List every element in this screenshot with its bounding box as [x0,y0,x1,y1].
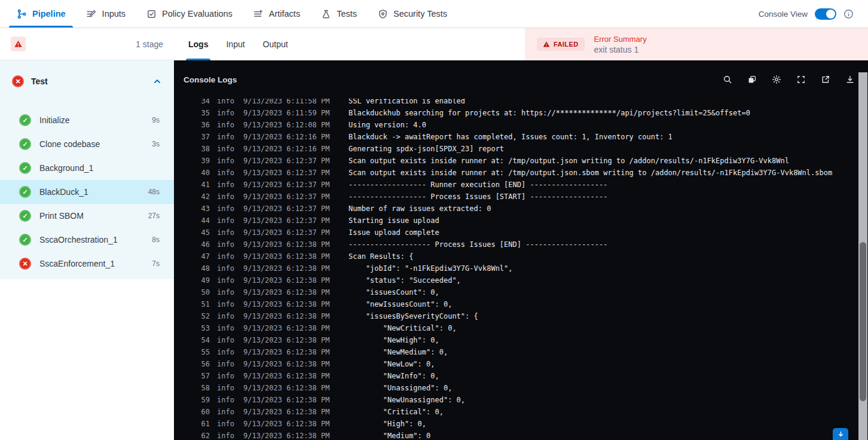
nav-tab-tests[interactable]: Tests [320,0,357,28]
log-lines: 34info9/13/2023 6:11:58 PMSSL verificati… [174,99,857,440]
console-scrollbar[interactable] [858,72,867,440]
step-row-background-1[interactable]: ✓Background_1 [0,156,174,180]
log-line-number: 56 [195,360,210,368]
log-level: info [217,216,236,225]
search-icon[interactable] [722,75,732,85]
tab-input[interactable]: Input [226,28,244,60]
step-row-blackduck-1[interactable]: ✓BlackDuck_148s [0,180,174,204]
artifacts-icon [253,8,264,19]
log-area: 34info9/13/2023 6:11:58 PMSSL verificati… [174,99,857,440]
log-level: info [217,121,236,129]
log-message: "High": 0, [349,420,426,428]
stage-failed-icon: ✕ [12,75,24,87]
step-name: SscaOrchestration_1 [39,235,118,245]
log-timestamp: 9/13/2023 6:12:38 PM [243,396,334,404]
log-line: 58info9/13/2023 6:12:38 PM "Unassigned":… [174,382,857,394]
copy-icon[interactable] [747,75,757,85]
nav-tab-artifacts[interactable]: Artifacts [253,0,300,28]
stage-row-test[interactable]: ✕ Test [0,60,174,94]
log-message: "NewInfo": 0, [349,372,439,380]
console-logs-panel: Console Logs 34info9/13/2023 6:11:58 PMS… [174,60,868,440]
console-view-toggle[interactable] [815,8,836,20]
main-panel: LogsInputOutput FAILED Error Summary exi… [174,28,868,440]
step-success-icon: ✓ [19,138,31,150]
log-message: Blackduck -> awaitReport has completed, … [349,133,673,141]
step-success-icon: ✓ [19,114,31,126]
scroll-to-bottom-button[interactable] [833,428,848,440]
log-line-number: 57 [195,372,210,380]
log-line-number: 58 [195,384,210,392]
console-title: Console Logs [184,75,237,84]
console-view-label: Console View [759,10,808,19]
nav-tab-inputs[interactable]: Inputs [86,0,126,28]
console-scrollbar-thumb[interactable] [860,242,866,401]
log-line: 42info9/13/2023 6:12:37 PM--------------… [174,191,857,203]
step-name: Background_1 [39,163,93,173]
step-success-icon: ✓ [19,210,31,222]
log-message: "NewLow": 0, [349,360,435,368]
log-timestamp: 9/13/2023 6:12:38 PM [243,252,334,261]
open-in-new-icon[interactable] [820,75,830,85]
log-message: "issuesCount": 0, [349,288,439,297]
step-duration: 3s [152,140,160,148]
chevron-up-icon[interactable] [152,77,162,86]
warning-triangle-icon [543,41,550,48]
log-line: 34info9/13/2023 6:11:58 PMSSL verificati… [174,99,857,107]
tab-logs[interactable]: Logs [188,28,208,60]
info-icon[interactable] [843,9,854,19]
log-timestamp: 9/13/2023 6:12:37 PM [243,204,334,213]
step-name: Initialize [39,115,70,125]
step-row-sscaorchestration-1[interactable]: ✓SscaOrchestration_18s [0,228,174,252]
step-duration: 48s [148,188,160,196]
log-line-number: 49 [195,276,210,285]
log-line-number: 42 [195,192,210,201]
log-line-number: 50 [195,288,210,297]
log-timestamp: 9/13/2023 6:12:16 PM [243,133,334,141]
pipeline-failed-warning-icon [11,36,26,51]
download-icon[interactable] [845,75,855,85]
log-timestamp: 9/13/2023 6:12:38 PM [243,324,334,332]
step-row-sscaenforcement-1[interactable]: ✕SscaEnforcement_17s [0,252,174,276]
step-row-print-sbom[interactable]: ✓Print SBOM27s [0,204,174,228]
fullscreen-icon[interactable] [796,75,806,85]
log-level: info [217,99,236,105]
log-timestamp: 9/13/2023 6:12:38 PM [243,408,334,416]
log-message: Scan output exists inside runner at: /tm… [349,157,789,165]
log-message: "NewUnassigned": 0, [349,396,465,404]
nav-tab-pipeline[interactable]: Pipeline [16,0,66,28]
execution-sidebar: 1 stage ✕ Test ✓Initialize9s✓Clone codeb… [0,28,174,440]
inputs-icon [86,8,97,19]
nav-tab-policy-evaluations[interactable]: Policy Evaluations [146,0,233,28]
log-message: ------------------ Runner execution [END… [349,181,607,189]
settings-icon[interactable] [771,75,781,85]
log-line: 61info9/13/2023 6:12:38 PM "High": 0, [174,418,857,430]
log-message: Number of raw issues extracted: 0 [349,204,491,213]
step-row-clone-codebase[interactable]: ✓Clone codebase3s [0,132,174,156]
log-line-number: 34 [195,99,210,105]
nav-tab-label: Tests [337,9,357,19]
log-level: info [217,145,236,153]
nav-tab-security-tests[interactable]: Security Tests [377,0,447,28]
nav-tab-label: Security Tests [393,9,447,19]
log-timestamp: 9/13/2023 6:12:38 PM [243,288,334,297]
log-message: "NewMedium": 0, [349,348,448,356]
top-nav: PipelineInputsPolicy EvaluationsArtifact… [0,0,868,28]
log-line-number: 41 [195,181,210,189]
log-line: 35info9/13/2023 6:11:59 PMBlackduckhub s… [174,107,857,119]
step-list: ✓Initialize9s✓Clone codebase3s✓Backgroun… [0,108,174,276]
tab-output[interactable]: Output [263,28,288,60]
log-level: info [217,109,236,117]
log-line: 53info9/13/2023 6:12:38 PM "NewCritical"… [174,322,857,334]
step-row-initialize[interactable]: ✓Initialize9s [0,108,174,132]
log-timestamp: 9/13/2023 6:12:08 PM [243,121,334,129]
log-level: info [217,169,236,177]
log-timestamp: 9/13/2023 6:12:38 PM [243,336,334,344]
log-message: Scan output exists inside runner at: /tm… [349,169,832,177]
sidebar-header: 1 stage [0,28,174,60]
log-line: 38info9/13/2023 6:12:16 PMGenerating spd… [174,143,857,155]
log-timestamp: 9/13/2023 6:12:38 PM [243,264,334,273]
log-level: info [217,240,236,249]
log-line-number: 46 [195,240,210,249]
log-message: "Unassigned": 0, [349,384,452,392]
log-line: 51info9/13/2023 6:12:38 PM "newIssuesCou… [174,298,857,310]
